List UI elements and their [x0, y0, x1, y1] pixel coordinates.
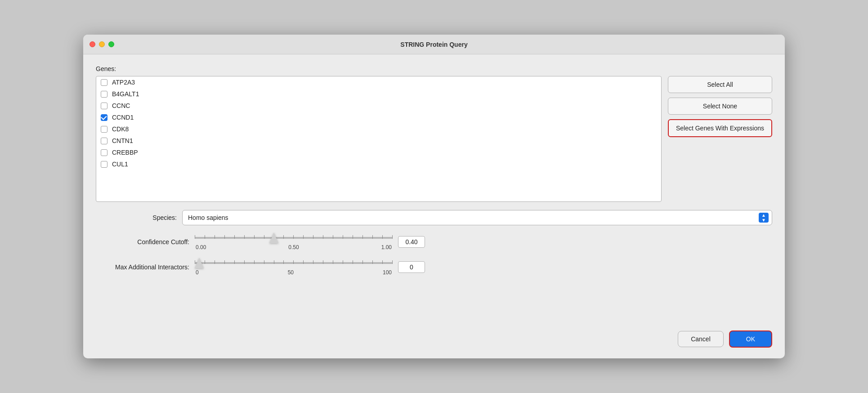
gene-checkbox[interactable] — [101, 126, 107, 133]
list-item[interactable]: CCNC — [96, 100, 661, 112]
list-item[interactable]: CNTN1 — [96, 135, 661, 147]
genes-list[interactable]: ATP2A3B4GALT1CCNCCCND1CDK8CNTN1CREBBPCUL… — [96, 76, 662, 202]
species-select-container: Homo sapiens Mus musculus Rattus norvegi… — [182, 210, 772, 225]
select-all-button[interactable]: Select All — [668, 76, 772, 93]
list-item[interactable]: CDK8 — [96, 123, 661, 135]
gene-checkbox[interactable] — [101, 91, 107, 98]
confidence-max-label: 1.00 — [381, 244, 392, 250]
gene-checkbox[interactable] — [101, 149, 107, 156]
gene-name: CREBBP — [112, 149, 138, 156]
gene-checkbox[interactable] — [101, 103, 107, 109]
select-none-button[interactable]: Select None — [668, 98, 772, 115]
list-item[interactable]: CUL1 — [96, 158, 661, 170]
genes-row: ATP2A3B4GALT1CCNCCCND1CDK8CNTN1CREBBPCUL… — [96, 76, 772, 202]
traffic-lights — [89, 41, 114, 47]
list-item[interactable]: ATP2A3 — [96, 76, 661, 88]
titlebar: STRING Protein Query — [83, 35, 785, 54]
max-interactors-value[interactable]: 0 — [398, 261, 425, 273]
confidence-tick-container: 0.00 0.50 1.00 — [195, 244, 393, 250]
list-item[interactable]: B4GALT1 — [96, 88, 661, 100]
confidence-slider-thumb[interactable] — [269, 232, 278, 243]
gene-name: B4GALT1 — [112, 90, 139, 98]
max-interactors-mid-label: 50 — [288, 269, 294, 276]
gene-name: CCNC — [112, 102, 130, 109]
gene-name: CCND1 — [112, 114, 134, 121]
genes-buttons: Select All Select None Select Genes With… — [668, 76, 772, 137]
max-interactors-slider-track[interactable] — [195, 259, 393, 268]
cancel-button[interactable]: Cancel — [678, 331, 724, 347]
maximize-button[interactable] — [108, 41, 114, 47]
gene-checkbox[interactable] — [101, 114, 107, 121]
ok-button[interactable]: OK — [729, 330, 772, 348]
gene-checkbox[interactable] — [101, 138, 107, 144]
confidence-min-label: 0.00 — [196, 244, 206, 250]
gene-checkbox[interactable] — [101, 161, 107, 168]
max-interactors-label: Max Additional Interactors: — [96, 263, 189, 271]
species-label: Species: — [96, 214, 177, 221]
main-window: STRING Protein Query Genes: ATP2A3B4GALT… — [83, 35, 785, 358]
window-title: STRING Protein Query — [400, 41, 467, 48]
confidence-slider-bg — [195, 237, 393, 239]
genes-section: Genes: ATP2A3B4GALT1CCNCCCND1CDK8CNTN1CR… — [96, 65, 772, 202]
footer: Cancel OK — [83, 323, 785, 358]
confidence-slider-track[interactable] — [195, 233, 393, 242]
confidence-value[interactable]: 0.40 — [398, 236, 425, 248]
max-interactors-tick-container: 0 50 100 — [195, 269, 393, 276]
max-interactors-slider-container: 0 50 100 — [195, 259, 393, 276]
minimize-button[interactable] — [99, 41, 105, 47]
confidence-label: Confidence Cutoff: — [96, 238, 189, 246]
gene-name: CDK8 — [112, 125, 129, 133]
gene-name: ATP2A3 — [112, 79, 135, 86]
gene-name: CNTN1 — [112, 137, 133, 144]
max-interactors-slider-bg — [195, 262, 393, 264]
confidence-mid-label: 0.50 — [288, 244, 299, 250]
max-interactors-max-label: 100 — [383, 269, 392, 276]
species-row: Species: Homo sapiens Mus musculus Rattu… — [96, 210, 772, 225]
select-expressions-button[interactable]: Select Genes With Expressions — [668, 119, 772, 137]
gene-name: CUL1 — [112, 161, 128, 168]
content-area: Genes: ATP2A3B4GALT1CCNCCCND1CDK8CNTN1CR… — [83, 54, 785, 323]
max-interactors-min-label: 0 — [196, 269, 199, 276]
confidence-row: Confidence Cutoff: 0.00 0.50 1.00 — [96, 233, 772, 250]
max-interactors-row: Max Additional Interactors: 0 50 100 0 — [96, 259, 772, 276]
max-interactors-slider-thumb[interactable] — [195, 258, 204, 268]
genes-label: Genes: — [96, 65, 772, 72]
gene-checkbox[interactable] — [101, 79, 107, 86]
list-item[interactable]: CREBBP — [96, 147, 661, 158]
confidence-slider-container: 0.00 0.50 1.00 — [195, 233, 393, 250]
close-button[interactable] — [89, 41, 95, 47]
list-item[interactable]: CCND1 — [96, 112, 661, 123]
species-select[interactable]: Homo sapiens Mus musculus Rattus norvegi… — [182, 210, 772, 225]
